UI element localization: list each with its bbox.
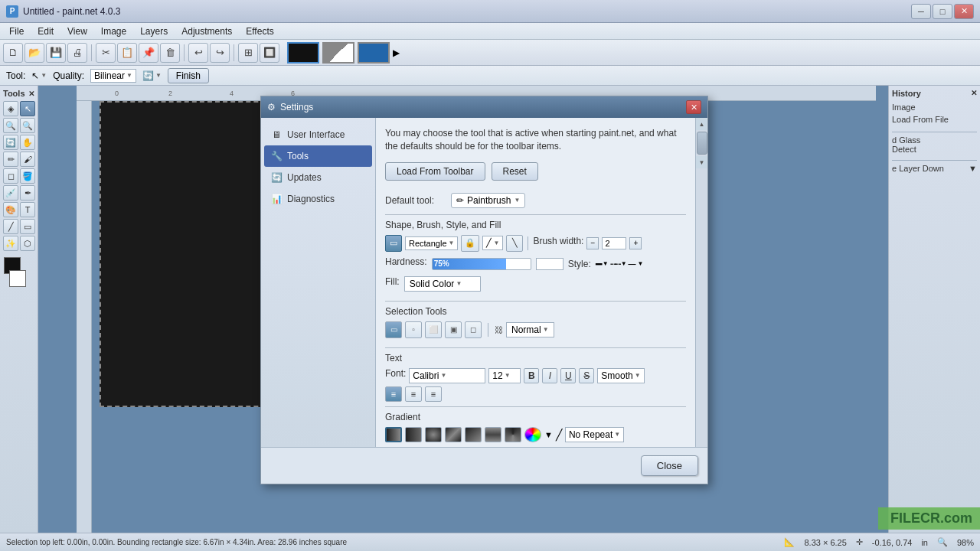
- grad-square[interactable]: [505, 427, 521, 442]
- align-right-button[interactable]: ≡: [425, 386, 442, 402]
- brush-width-decrease[interactable]: −: [586, 237, 599, 249]
- fill-label: Fill:: [385, 276, 400, 287]
- sel-custom[interactable]: ◻: [465, 321, 482, 338]
- sel-mode-arrow: ▼: [543, 326, 549, 333]
- color-palette-button[interactable]: [524, 427, 541, 442]
- text-align-row: ≡ ≡ ≡: [385, 386, 686, 402]
- style-arrow3: ▼: [637, 260, 643, 267]
- dialog-nav: 🖥 User Interface 🔧 Tools 🔄 Updates 📊 Dia…: [261, 118, 376, 447]
- nav-updates[interactable]: 🔄 Updates: [264, 167, 372, 188]
- align-left-button[interactable]: ≡: [385, 386, 402, 402]
- font-size-arrow: ▼: [505, 372, 511, 379]
- repeat-select[interactable]: No Repeat ▼: [565, 427, 624, 442]
- text-italic-button[interactable]: I: [542, 368, 557, 383]
- default-tool-row: Default tool: ✏ Paintbrush ▼: [385, 193, 686, 208]
- repeat-value: No Repeat: [569, 429, 612, 440]
- style-value: ━: [596, 258, 601, 270]
- default-tool-label: Default tool:: [385, 195, 446, 206]
- sel-sep: [488, 323, 488, 337]
- divider-4: [385, 406, 686, 407]
- tools-icon: 🔧: [270, 150, 283, 162]
- hardness-text: 75%: [434, 259, 531, 269]
- grad-radial[interactable]: [425, 427, 442, 442]
- dialog-footer: Close: [261, 447, 707, 484]
- dialog-title-text: Settings: [280, 102, 313, 112]
- brush-width-increase[interactable]: +: [629, 237, 642, 249]
- text-font-row: Font: Calibri ▼ 12 ▼ B I U S Smooth: [385, 368, 686, 383]
- dialog-description: You may choose the tool that is active w…: [385, 127, 686, 153]
- sel-rect[interactable]: ▭: [385, 321, 402, 338]
- hardness-bar[interactable]: 75%: [432, 258, 531, 270]
- dialog-title-icon: ⚙: [267, 102, 276, 112]
- scroll-thumb[interactable]: [697, 132, 707, 155]
- shape-lock[interactable]: 🔒: [461, 235, 479, 252]
- brush-type-select[interactable]: ╱ ▼: [482, 236, 503, 250]
- shape-value: Rectangle: [409, 239, 447, 248]
- fill-value: Solid Color: [410, 279, 455, 289]
- default-tool-selector[interactable]: ✏ Paintbrush ▼: [451, 193, 525, 208]
- nav-user-interface[interactable]: 🖥 User Interface: [264, 124, 372, 145]
- font-value: Calibri: [413, 370, 439, 381]
- dialog-close-icon[interactable]: ✕: [686, 100, 701, 114]
- sel-mode-value: Normal: [511, 324, 541, 335]
- text-underline-button[interactable]: U: [560, 368, 576, 383]
- line-type-btn[interactable]: ╲: [506, 235, 523, 252]
- antialiasing-arrow: ▼: [635, 372, 641, 379]
- dialog-close-button[interactable]: Close: [641, 455, 698, 476]
- gradient-line-icon: ╱: [556, 429, 562, 441]
- selection-row: ▭ ▫ ⬜ ▣ ◻ ⛓ Normal ▼: [385, 321, 686, 338]
- reset-button[interactable]: Reset: [492, 162, 538, 181]
- gradient-row: ▼ ╱ No Repeat ▼: [385, 427, 686, 442]
- shape-rectangle[interactable]: ▭: [385, 235, 402, 252]
- sel-mode-select[interactable]: Normal ▼: [506, 322, 554, 337]
- divider-1: [385, 214, 686, 215]
- load-from-toolbar-button[interactable]: Load From Toolbar: [385, 162, 485, 181]
- grad-conical[interactable]: [445, 427, 462, 442]
- grad-linear[interactable]: [385, 427, 402, 442]
- default-tool-icon: ✏: [456, 195, 464, 206]
- nav-updates-label: Updates: [287, 172, 322, 183]
- sel-ratio[interactable]: ▣: [445, 321, 462, 338]
- font-select[interactable]: Calibri ▼: [409, 368, 485, 383]
- style-arrow: ▼: [603, 260, 609, 267]
- fill-select[interactable]: Solid Color ▼: [404, 276, 481, 292]
- color-arrow[interactable]: ▼: [544, 430, 553, 439]
- dialog-body: 🖥 User Interface 🔧 Tools 🔄 Updates 📊 Dia…: [261, 118, 707, 447]
- grad-linear2[interactable]: [405, 427, 422, 442]
- text-bold-button[interactable]: B: [524, 368, 539, 383]
- style-selector[interactable]: ━ ▼ ╌╌ ▼ ─ ▼: [596, 258, 644, 270]
- style-dashes: ╌╌: [610, 258, 619, 270]
- shape-select[interactable]: Rectangle ▼: [405, 236, 458, 250]
- grad-diamond[interactable]: [485, 427, 501, 442]
- sel-fixed[interactable]: ▫: [405, 321, 422, 338]
- antialiasing-select[interactable]: Smooth ▼: [597, 368, 644, 383]
- brush-width-label: Brush width:: [533, 236, 583, 246]
- fill-row: Fill: Solid Color ▼: [385, 276, 686, 292]
- brush-diagonal-icon: ╱: [486, 238, 492, 248]
- hardness-input-box[interactable]: [536, 258, 564, 270]
- gradient-line: ╱: [556, 429, 562, 441]
- font-size-select[interactable]: 12 ▼: [488, 368, 521, 383]
- settings-dialog: ⚙ Settings ✕ 🖥 User Interface 🔧 Tools 🔄 …: [260, 96, 708, 484]
- sel-fixed2[interactable]: ⬜: [425, 321, 442, 338]
- font-label: Font:: [385, 368, 406, 379]
- repeat-arrow: ▼: [614, 431, 620, 438]
- brush-width-input[interactable]: [602, 237, 626, 249]
- text-strikethrough-button[interactable]: S: [579, 368, 594, 383]
- font-arrow: ▼: [440, 372, 446, 379]
- scroll-down[interactable]: ▼: [696, 156, 707, 168]
- nav-tools[interactable]: 🔧 Tools: [264, 145, 372, 167]
- style-arrow2: ▼: [621, 260, 627, 267]
- gradient-header: Gradient: [385, 412, 686, 422]
- dialog-scrollbar[interactable]: ▲ ▼: [695, 118, 707, 447]
- shape-options-row: ▭ Rectangle ▼ 🔒 ╱ ▼ ╲ Brush width: −: [385, 235, 686, 252]
- shape-row-sep: [528, 236, 528, 250]
- scroll-up[interactable]: ▲: [696, 118, 707, 130]
- user-interface-icon: 🖥: [270, 129, 283, 141]
- style-dash-long: ─: [629, 258, 636, 270]
- align-center-button[interactable]: ≡: [405, 386, 422, 402]
- brush-width-row: Brush width: − +: [533, 236, 642, 251]
- grad-spiral[interactable]: [465, 427, 482, 442]
- nav-diagnostics[interactable]: 📊 Diagnostics: [264, 188, 372, 210]
- shape-brush-header: Shape, Brush, Style, and Fill: [385, 220, 686, 230]
